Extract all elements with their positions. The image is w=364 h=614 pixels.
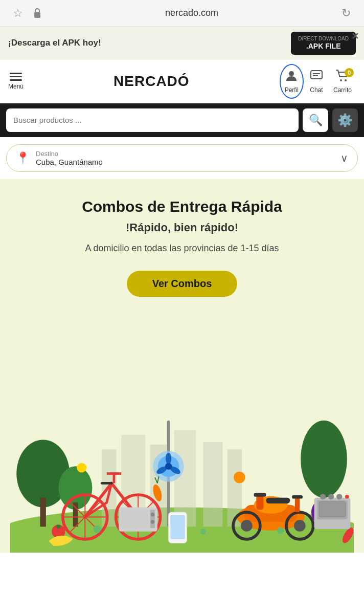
svg-point-82 bbox=[345, 495, 349, 499]
svg-point-1 bbox=[289, 71, 294, 76]
search-button[interactable]: 🔍 bbox=[303, 108, 328, 132]
menu-button[interactable]: Menú bbox=[8, 73, 24, 90]
ver-combos-button[interactable]: Ver Combos bbox=[127, 271, 238, 297]
svg-rect-59 bbox=[254, 493, 266, 497]
lock-icon bbox=[30, 6, 45, 21]
cart-badge: 0 bbox=[345, 68, 354, 77]
browser-url[interactable]: nercado.com bbox=[45, 8, 338, 18]
nav-items: Perfil Chat 0 Carrit bbox=[280, 64, 356, 99]
hero-illustration bbox=[10, 317, 354, 553]
hero-section: Combos de Entrega Rápida !Rápido, bien r… bbox=[0, 179, 364, 553]
chat-icon bbox=[310, 69, 323, 85]
chevron-down-icon: ∨ bbox=[340, 152, 348, 164]
svg-point-79 bbox=[320, 494, 326, 499]
svg-point-85 bbox=[277, 527, 284, 534]
svg-point-49 bbox=[151, 513, 155, 517]
svg-point-83 bbox=[93, 525, 101, 533]
brand-logo[interactable]: NERCADÓ bbox=[113, 73, 190, 90]
svg-point-6 bbox=[345, 79, 347, 81]
svg-rect-68 bbox=[57, 524, 61, 529]
svg-rect-78 bbox=[319, 501, 346, 517]
svg-rect-14 bbox=[203, 442, 223, 527]
svg-point-28 bbox=[165, 463, 172, 470]
apk-close-button[interactable]: ✕ bbox=[351, 31, 359, 42]
hamburger-icon bbox=[10, 73, 22, 81]
profile-icon bbox=[285, 69, 298, 85]
svg-rect-62 bbox=[292, 495, 303, 499]
svg-point-56 bbox=[294, 520, 306, 532]
cart-nav-item[interactable]: 0 Carrito bbox=[329, 67, 356, 96]
menu-label: Menú bbox=[8, 83, 24, 90]
brand-text: NERCADÓ bbox=[113, 73, 190, 90]
profile-label: Perfil bbox=[285, 86, 299, 94]
cart-label: Carrito bbox=[333, 86, 352, 94]
svg-point-20 bbox=[301, 420, 347, 497]
svg-rect-60 bbox=[266, 497, 290, 503]
hero-description: A domicilio en todas las provincias de 1… bbox=[10, 242, 354, 255]
svg-point-70 bbox=[77, 463, 86, 473]
search-input-wrapper bbox=[6, 108, 299, 132]
destination-label: Destino bbox=[36, 150, 334, 158]
hero-subtitle: !Rápido, bien rápido! bbox=[10, 221, 354, 234]
svg-point-69 bbox=[234, 472, 245, 484]
destination-value: Cuba, Guantánamo bbox=[36, 158, 334, 166]
search-bar: 🔍 ⚙️ bbox=[0, 103, 364, 137]
apk-download-button[interactable]: DIRECT DOWNLOAD .APK FILE bbox=[291, 32, 356, 55]
apk-banner-text: ¡Descarga el APK hoy! bbox=[8, 38, 101, 48]
svg-point-54 bbox=[241, 520, 253, 532]
svg-rect-47 bbox=[121, 510, 148, 528]
search-icon: 🔍 bbox=[309, 114, 323, 127]
svg-rect-64 bbox=[170, 515, 185, 539]
settings-button[interactable]: ⚙️ bbox=[332, 108, 358, 132]
refresh-icon[interactable]: ↻ bbox=[338, 6, 354, 21]
svg-rect-2 bbox=[311, 71, 322, 79]
chat-nav-item[interactable]: Chat bbox=[306, 67, 327, 96]
navbar: Menú NERCADÓ Perfil bbox=[0, 60, 364, 103]
svg-point-80 bbox=[328, 494, 334, 499]
profile-nav-item[interactable]: Perfil bbox=[280, 64, 304, 99]
hero-title: Combos de Entrega Rápida bbox=[10, 198, 354, 216]
destination-bar[interactable]: 📍 Destino Cuba, Guantánamo ∨ bbox=[6, 144, 358, 172]
location-icon: 📍 bbox=[16, 151, 30, 165]
scene-svg bbox=[10, 317, 354, 553]
chat-label: Chat bbox=[310, 86, 323, 94]
svg-rect-48 bbox=[150, 510, 155, 528]
apk-download-label-big: .APK FILE bbox=[306, 42, 341, 51]
svg-point-5 bbox=[340, 79, 342, 81]
star-icon[interactable]: ☆ bbox=[10, 6, 26, 21]
destination-text: Destino Cuba, Guantánamo bbox=[36, 150, 334, 166]
svg-rect-61 bbox=[295, 497, 300, 512]
svg-rect-58 bbox=[256, 495, 263, 510]
svg-point-81 bbox=[336, 494, 342, 499]
settings-icon: ⚙️ bbox=[337, 113, 353, 127]
svg-point-25 bbox=[166, 453, 171, 465]
svg-point-84 bbox=[200, 529, 206, 534]
svg-rect-0 bbox=[34, 12, 40, 18]
search-input[interactable] bbox=[13, 116, 291, 124]
svg-rect-17 bbox=[40, 497, 46, 527]
apk-download-label-small: DIRECT DOWNLOAD bbox=[298, 36, 349, 42]
svg-point-50 bbox=[151, 520, 155, 524]
browser-bar: ☆ nercado.com ↻ bbox=[0, 0, 364, 27]
apk-banner: ¡Descarga el APK hoy! DIRECT DOWNLOAD .A… bbox=[0, 27, 364, 60]
